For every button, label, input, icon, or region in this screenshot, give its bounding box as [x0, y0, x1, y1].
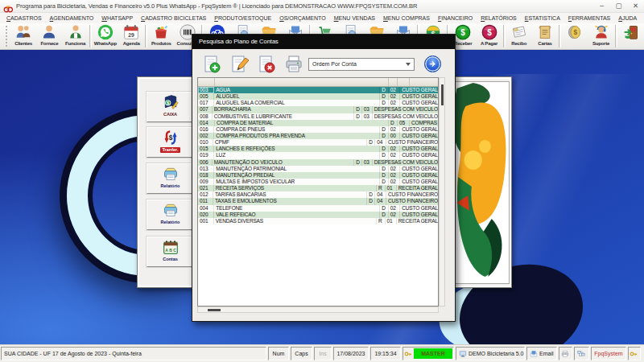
table-row[interactable]: 020 VALE REFEICAO D 02 CUSTO GERAL: [198, 212, 438, 218]
menu-item[interactable]: MENU VENDAS: [330, 15, 379, 21]
window-titlebar: Programa para Bicicletaria, Vendas e Fin…: [0, 0, 644, 13]
table-header-cell[interactable]: [389, 78, 398, 86]
chevron-down-icon: [406, 63, 411, 66]
menu-item[interactable]: AJUDA: [614, 15, 641, 21]
print-button[interactable]: [283, 53, 305, 76]
status-cell-email: Email: [526, 347, 557, 360]
status-cell-network: [574, 347, 589, 360]
table-row[interactable]: 010 CPMF D 04 CUSTO FINANCEIRO: [198, 139, 438, 146]
table-row[interactable]: 021 RECEITA SERVIÇOS R 01 RECEITA GERAL: [198, 185, 438, 191]
toolbar-button-cartas[interactable]: Cartas: [532, 23, 558, 49]
table-row[interactable]: 007 BORRACHARIA D 03 DESPESAS COM VEICUL…: [198, 106, 438, 113]
menu-item[interactable]: CADASTRO BICICLETAS: [137, 15, 210, 21]
vertical-scrollbar-thumb[interactable]: [441, 84, 444, 105]
svg-text:$: $: [460, 28, 465, 37]
dollargreen-icon: $: [455, 24, 472, 40]
application-window: Programa para Bicicletaria, Vendas e Fin…: [0, 0, 644, 362]
minimize-button[interactable]: –: [593, 0, 610, 13]
toolbar-button-fornece[interactable]: Fornece: [36, 23, 62, 49]
whatsapp-icon: [97, 24, 114, 40]
table-row[interactable]: 018 MANUTENÇÃO PREDIAL D 02 CUSTO GERAL: [198, 172, 438, 179]
toolbar-button-recibo[interactable]: Recibo: [506, 23, 532, 49]
status-cell-date: 17/08/2023: [333, 347, 369, 360]
close-button[interactable]: ✕: [627, 0, 644, 13]
table-row[interactable]: 009 MULTAS E IMPOSTOS VEICULAR D 02 CUST…: [198, 179, 438, 185]
toolbar-button[interactable]: $: [562, 23, 588, 49]
table-header-cell[interactable]: [410, 78, 438, 86]
table-row[interactable]: 015 LANCHES E REFEIÇÕES D 02 CUSTO GERAL: [198, 146, 438, 152]
dollarred-icon: $: [481, 24, 497, 40]
vertical-scrollbar[interactable]: [439, 77, 445, 306]
transfer-icon: $: [163, 130, 179, 146]
delete-button[interactable]: [255, 53, 278, 76]
table-row[interactable]: 001 VENDAS DIVERSAS R 01 RECEITA GERAL: [198, 218, 438, 224]
caixa-button-transfer[interactable]: $ Tranfer.: [147, 127, 194, 158]
printer2-icon: [163, 202, 179, 218]
menu-item[interactable]: OS/ORÇAMENTO: [275, 15, 329, 21]
table-row[interactable]: 004 TELEFONE D 02 CUSTO GERAL: [198, 205, 438, 212]
table-row[interactable]: 002 COMPRA PRODUTOS PRA REVENDA D 00 CUS…: [198, 133, 438, 139]
order-combobox[interactable]: Ordem Por Conta: [308, 58, 415, 71]
add-button[interactable]: [200, 53, 223, 76]
key-icon: [404, 350, 412, 358]
plano-de-contas-dialog: Pesquisa do Plano de Contas Ordem Por Co…: [192, 34, 456, 322]
arrow-right-icon: [428, 60, 437, 68]
table-row[interactable]: 013 MANUTENÇÃO PATRIMONIAL D 02 CUSTO GE…: [198, 166, 438, 172]
table-row[interactable]: 012 TARIFAS BANCARIAS D 04 CUSTO FINANCE…: [198, 191, 438, 198]
maximize-button[interactable]: ▢: [610, 0, 627, 13]
table-row[interactable]: 006 MANUTENÇÃO DO VEICULO D 03 DESPESAS …: [198, 159, 438, 166]
svg-text:$: $: [168, 134, 172, 142]
caixa-button-resumo[interactable]: Relatório: [147, 163, 194, 194]
menu-item[interactable]: ESTATISTICA: [521, 15, 564, 21]
monitor-icon: [459, 350, 467, 358]
horizontal-scrollbar[interactable]: [197, 306, 439, 313]
menu-item[interactable]: MENU COMPRAS: [379, 15, 434, 21]
caixa-button-relatorio[interactable]: Relatório: [147, 200, 194, 230]
table-row[interactable]: 008 COMBUSTIVEL E LUBRIFICANTE D 03 DESP…: [198, 113, 438, 120]
toolbar-button-clientes[interactable]: Clientes: [10, 23, 36, 49]
search-go-button[interactable]: [424, 56, 441, 72]
menu-item[interactable]: PRODUTO/ESTOQUE: [210, 15, 275, 21]
table-row[interactable]: 014 COMPRA DE MATERIAL D 05 COMPRAS: [198, 120, 438, 126]
menu-item[interactable]: FINANCEIRO: [434, 15, 477, 21]
toolbar-button-whatsapp[interactable]: WhatsApp: [93, 23, 118, 49]
menu-item[interactable]: AGENDAMENTO: [46, 15, 98, 21]
people-icon: [15, 24, 32, 40]
menu-item[interactable]: WHATSAPP: [97, 15, 137, 21]
caixa-button-caixa[interactable]: $ CAIXA: [147, 92, 194, 122]
table-row[interactable]: 016 COMPRA DE PNEUS D 02 CUSTO GERAL: [198, 126, 438, 133]
worker-icon: [67, 24, 84, 40]
table-header-cell[interactable]: [198, 78, 215, 86]
dialog-titlebar[interactable]: Pesquisa do Plano de Contas: [192, 35, 455, 49]
toolbar-button-funciona[interactable]: Funciona: [62, 23, 88, 49]
horizontal-scrollbar-thumb[interactable]: [208, 309, 221, 311]
mail-icon: [530, 350, 538, 358]
toolbar-button-agenda[interactable]: 29 Agenda: [118, 23, 144, 49]
toolbar-button-produtos[interactable]: Produtos: [148, 23, 174, 49]
menu-item-email[interactable]: E-MAIL: [641, 14, 644, 22]
menu-item[interactable]: FERRAMENTAS: [564, 15, 614, 21]
printer-icon: [561, 350, 569, 358]
menu-item[interactable]: RELATÓRIOS: [477, 15, 521, 21]
support-icon: [592, 24, 609, 40]
table-header-cell[interactable]: [398, 78, 410, 86]
table-row[interactable]: 005 ALUGUEL D 02 CUSTO GERAL: [198, 93, 438, 100]
accounts-table: 003 AGUA D 02 CUSTO GERAL 005 ALUGUEL D …: [197, 77, 439, 306]
status-cell-location: SUA CIDADE - UF 17 de Agosto de 2023 - Q…: [1, 347, 266, 360]
status-cell-key: [628, 347, 641, 360]
menu-item[interactable]: CADASTROS: [2, 15, 46, 21]
table-row[interactable]: 017 ALUGUEL SALA COMERCIAL D 02 CUSTO GE…: [198, 100, 438, 106]
brand-logo: [451, 82, 509, 283]
caixa-button-contas[interactable]: ABC Contas: [147, 237, 194, 267]
toolbar-button-apagar[interactable]: $ A Pagar: [476, 23, 502, 49]
table-row[interactable]: 019 LUZ D 02 CUSTO GERAL: [198, 152, 438, 158]
toolbar-button[interactable]: [618, 23, 644, 49]
book-icon: $: [163, 94, 179, 110]
table-row[interactable]: 011 TAXAS E EMOLUMENTOS D 04 CUSTO FINAN…: [198, 198, 438, 204]
toolbar-button-suporte[interactable]: Suporte: [588, 23, 613, 49]
table-header-cell[interactable]: [215, 78, 389, 86]
app-icon: [3, 2, 13, 11]
edit-button[interactable]: [228, 53, 250, 76]
table-row[interactable]: 003 AGUA D 02 CUSTO GERAL: [198, 87, 438, 93]
printer2-icon: [163, 166, 179, 182]
